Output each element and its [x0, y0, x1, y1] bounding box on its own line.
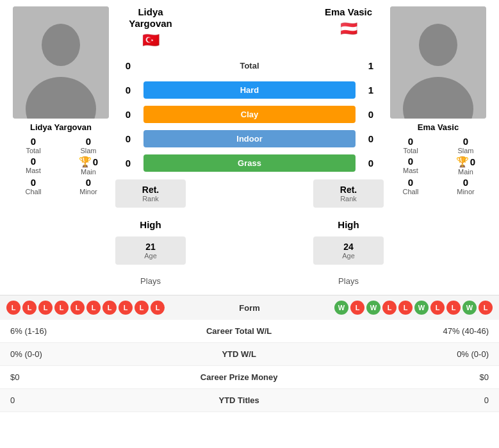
p2-plays-block: Plays	[338, 276, 359, 286]
p2-rank-block: Ret. Rank	[313, 179, 384, 208]
p2-main-val: 0	[470, 156, 475, 167]
p2-hard-score: 1	[358, 85, 384, 95]
p1-minor-label: Minor	[79, 188, 97, 195]
form-bubble: L	[446, 301, 461, 315]
p1-mast-val: 0	[31, 156, 36, 167]
p1-header: Lidya Yargovan 🇹🇷	[115, 6, 186, 49]
p2-header-name: Ema Vasic	[325, 6, 372, 18]
p2-mast-label: Mast	[403, 167, 418, 174]
p1-rank-block: Ret. Rank	[115, 179, 186, 208]
p1-age-label: Age	[124, 252, 177, 260]
stats-table: 6% (1-16) Career Total W/L 47% (40-46) 0…	[0, 320, 499, 412]
p2-trophy-icon: 🏆	[456, 156, 469, 168]
form-bubble: L	[151, 301, 165, 315]
p1-age-val: 21	[124, 242, 177, 252]
p2-detail: Ret. Rank High 24 Age Plays	[313, 179, 384, 288]
p1-clay-score: 0	[115, 109, 141, 120]
player1-name: Lidya Yargovan	[30, 122, 92, 132]
p2-slam-label: Slam	[457, 147, 473, 154]
form-bubble: L	[398, 301, 413, 315]
form-bubble: L	[38, 301, 53, 315]
form-bubble: L	[6, 301, 20, 315]
p1-high-label: High	[140, 219, 161, 230]
form-bubble: L	[54, 301, 69, 315]
detail-row: Ret. Rank High 21 Age Plays Ret	[115, 179, 384, 288]
player2-avatar	[390, 6, 486, 119]
p2-age-block: 24 Age	[313, 236, 384, 265]
p2-grass-score: 0	[358, 158, 384, 169]
p2-chall-val: 0	[408, 177, 413, 188]
p1-total-val: 0	[31, 136, 36, 147]
score-row-clay: 0 Clay 0	[115, 103, 384, 126]
form-bubble: L	[119, 301, 133, 315]
surface-grass-label: Grass	[143, 154, 356, 172]
p1-rank-label: Rank	[124, 195, 177, 203]
form-bubble: L	[22, 301, 37, 315]
p2-clay-score: 0	[358, 109, 384, 120]
form-bubble: L	[86, 301, 101, 315]
p1-prize: $0	[0, 366, 129, 389]
form-bubble: L	[70, 301, 85, 315]
p1-flag: 🇹🇷	[142, 32, 160, 49]
p2-high-label: High	[338, 219, 359, 230]
p2-rank-label: Rank	[322, 195, 375, 203]
form-bubble: L	[382, 301, 397, 315]
score-row-total: 0 Total 1	[115, 54, 384, 77]
surface-total-label: Total	[143, 57, 356, 74]
form-bubble: W	[366, 301, 380, 315]
p2-flag: 🇦🇹	[340, 21, 357, 37]
p1-ytd-wl: 0% (0-0)	[0, 343, 129, 366]
p2-main-label: Main	[458, 168, 473, 176]
p1-career-wl: 6% (1-16)	[0, 320, 129, 343]
p2-slam-val: 0	[463, 136, 468, 147]
p2-high-block: High	[338, 219, 359, 230]
p1-chall-label: Chall	[25, 188, 41, 195]
surface-indoor-label: Indoor	[143, 130, 356, 147]
p2-career-wl: 47% (40-46)	[349, 320, 499, 343]
player2-name: Ema Vasic	[418, 122, 459, 132]
player2-stats: 0 Total 0 Slam 0 Mast 🏆 0 Main 0 Chall	[384, 136, 493, 195]
player2-card: Ema Vasic 0 Total 0 Slam 0 Mast 🏆 0 Main	[384, 6, 493, 288]
p1-detail: Ret. Rank High 21 Age Plays	[115, 179, 186, 288]
ytd-titles-row: 0 YTD Titles 0	[0, 389, 499, 412]
score-row-hard: 0 Hard 1	[115, 78, 384, 101]
p2-form-bubbles: WLWLLWLLWL	[279, 301, 493, 315]
form-bubble: L	[135, 301, 149, 315]
form-bubble: L	[479, 301, 493, 315]
form-section: LLLLLLLLLL Form WLWLLWLLWL	[0, 295, 499, 320]
p2-minor-val: 0	[463, 177, 468, 188]
p1-grass-score: 0	[115, 158, 141, 169]
p1-plays-block: Plays	[140, 276, 161, 286]
p1-main-val: 0	[93, 156, 98, 167]
p2-ytd-wl: 0% (0-0)	[349, 343, 499, 366]
surface-clay-label: Clay	[143, 106, 356, 123]
form-bubble: W	[414, 301, 429, 315]
form-bubble: L	[102, 301, 117, 315]
p1-chall-val: 0	[31, 177, 36, 188]
p2-age-val: 24	[322, 242, 375, 252]
p2-indoor-score: 0	[358, 133, 384, 144]
p2-prize: $0	[349, 366, 499, 389]
p2-rank-val: Ret.	[322, 185, 375, 195]
p2-chall-label: Chall	[402, 188, 418, 195]
p2-age-label: Age	[322, 252, 375, 260]
form-bubble: W	[334, 301, 348, 315]
p1-slam-label: Slam	[80, 147, 96, 154]
p1-trophy-icon: 🏆	[79, 156, 92, 168]
p1-main-label: Main	[81, 168, 96, 176]
player1-avatar	[13, 6, 109, 119]
p1-plays-label: Plays	[140, 276, 161, 286]
ytd-wl-label: YTD W/L	[129, 343, 349, 366]
p1-age-block: 21 Age	[115, 236, 186, 265]
p2-total-val: 0	[408, 136, 413, 147]
p2-plays-label: Plays	[338, 276, 359, 286]
player1-stats: 0 Total 0 Slam 0 Mast 🏆 0 Main 0 Chall	[6, 136, 115, 195]
p1-rank-val: Ret.	[124, 185, 177, 195]
form-label: Form	[224, 303, 275, 313]
ytd-titles-label: YTD Titles	[129, 389, 349, 412]
score-rows: 0 Total 1 0 Hard 1 0 Clay 0 0 Indoor 0	[115, 54, 384, 174]
career-wl-label: Career Total W/L	[129, 320, 349, 343]
p2-total-label: Total	[403, 147, 418, 154]
p1-slam-val: 0	[86, 136, 91, 147]
p1-mast-label: Mast	[26, 167, 41, 174]
